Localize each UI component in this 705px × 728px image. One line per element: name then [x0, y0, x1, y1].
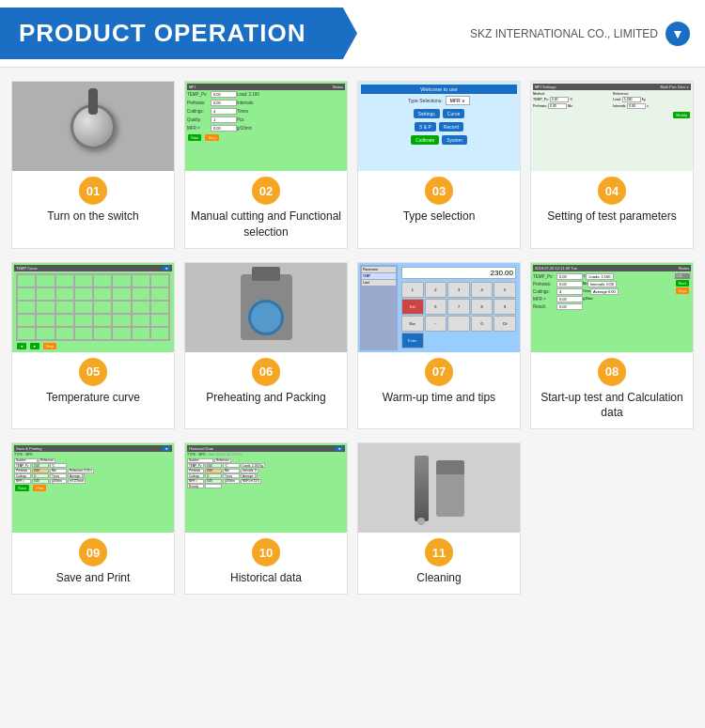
- step-05-screen: TEMP Curve ◄ ◄ ►: [12, 263, 174, 352]
- step-04-image: MFI Settings Multi Pise Dies ∨ Method: T…: [531, 82, 693, 171]
- top-bar: PRODUCT OPERATION SKZ INTERNATIONAL CO.,…: [0, 0, 705, 68]
- step-04-badge: 04: [598, 177, 626, 205]
- step-01-label: Turn on the switch: [43, 209, 143, 232]
- step-07: Parameter TEMP Load 230.00 1 2 3 4 5 Del…: [357, 262, 521, 430]
- step-05-badge: 05: [79, 358, 107, 386]
- step-09: Save & Printing ◄ TYPE: MFR Number Refer…: [11, 442, 175, 595]
- step-09-label: Save and Print: [53, 570, 134, 594]
- step-08-screen: 2018-07-20 12:11:00 Tue Status TEMP_Pv: …: [531, 263, 693, 352]
- step-09-image: Save & Printing ◄ TYPE: MFR Number Refer…: [12, 443, 174, 533]
- step-07-label: Warm-up time and tips: [379, 390, 499, 413]
- step-02-screen: MFIStatus TEMP_Pv: 0.00 Load: 2.160 Preh…: [185, 82, 347, 171]
- step-04-label: Setting of test parameters: [543, 209, 680, 232]
- screen-02-header: MFIStatus: [187, 84, 345, 90]
- step-06-badge: 06: [252, 358, 280, 386]
- step-03: Welcome to use Type Selections: MFR ∨ Se…: [357, 81, 521, 249]
- step-09-badge: 09: [79, 538, 107, 566]
- step-05-image: TEMP Curve ◄ ◄ ►: [12, 263, 174, 352]
- step-08: 2018-07-20 12:11:00 Tue Status TEMP_Pv: …: [530, 262, 694, 430]
- barrel: [248, 300, 284, 335]
- company-name: SKZ INTERNATIONAL CO., LIMITED: [470, 27, 658, 40]
- cleaning-barrel: [436, 460, 464, 517]
- step-02-label: Manual cutting and Functional selection: [185, 209, 347, 248]
- step-04: MFI Settings Multi Pise Dies ∨ Method: T…: [530, 81, 694, 249]
- step-02: MFIStatus TEMP_Pv: 0.00 Load: 2.160 Preh…: [184, 81, 348, 249]
- step-08-image: 2018-07-20 12:11:00 Tue Status TEMP_Pv: …: [531, 263, 693, 352]
- step-10-label: Historical data: [227, 570, 306, 594]
- page-title: PRODUCT OPERATION: [19, 19, 306, 48]
- step-06-label: Preheating and Packing: [202, 390, 329, 413]
- switch-illustration: [12, 82, 174, 171]
- step-11-screen: [358, 443, 520, 533]
- header-banner: PRODUCT OPERATION: [0, 8, 357, 59]
- switch-knob: [70, 104, 116, 149]
- step-06-image: [185, 263, 347, 352]
- step-07-screen: Parameter TEMP Load 230.00 1 2 3 4 5 Del…: [358, 263, 520, 352]
- step-08-label: Start-up test and Calculation data: [531, 390, 693, 429]
- step-10: Historical Data ◄ TYPE: MFR Date: 2018-0…: [184, 442, 348, 595]
- step-10-screen: Historical Data ◄ TYPE: MFR Date: 2018-0…: [185, 443, 347, 533]
- step-07-image: Parameter TEMP Load 230.00 1 2 3 4 5 Del…: [358, 263, 520, 352]
- step-02-image: MFIStatus TEMP_Pv: 0.00 Load: 2.160 Preh…: [185, 82, 347, 171]
- step-11-image: [358, 443, 520, 533]
- step-09-screen: Save & Printing ◄ TYPE: MFR Number Refer…: [12, 443, 174, 533]
- step-04-screen: MFI Settings Multi Pise Dies ∨ Method: T…: [531, 82, 693, 171]
- step-11-label: Cleaning: [413, 570, 464, 594]
- step-02-badge: 02: [252, 177, 280, 205]
- step-08-badge: 08: [598, 358, 626, 386]
- step-06: 06 Preheating and Packing: [184, 262, 348, 430]
- step-01: 01 Turn on the switch: [11, 81, 175, 249]
- step-06-screen: [185, 263, 347, 352]
- step-01-image: [12, 82, 174, 171]
- step-05-label: Temperature curve: [42, 390, 144, 413]
- step-11-badge: 11: [425, 538, 453, 566]
- step-11: 11 Cleaning: [357, 442, 521, 595]
- step-03-screen: Welcome to use Type Selections: MFR ∨ Se…: [358, 82, 520, 171]
- dropdown-button[interactable]: ▼: [666, 22, 690, 46]
- cleaning-rod: [415, 456, 429, 521]
- machine-top: [252, 267, 280, 281]
- step-03-label: Type selection: [400, 209, 479, 232]
- step-03-image: Welcome to use Type Selections: MFR ∨ Se…: [358, 82, 520, 171]
- steps-row-2: TEMP Curve ◄ ◄ ►: [0, 262, 705, 443]
- step-10-badge: 10: [252, 538, 280, 566]
- step-07-badge: 07: [425, 358, 453, 386]
- machine-body: [241, 274, 292, 340]
- steps-row-3: Save & Printing ◄ TYPE: MFR Number Refer…: [0, 442, 705, 608]
- step-05: TEMP Curve ◄ ◄ ►: [11, 262, 175, 430]
- step-01-badge: 01: [79, 177, 107, 205]
- step-10-image: Historical Data ◄ TYPE: MFR Date: 2018-0…: [185, 443, 347, 533]
- step-03-badge: 03: [425, 177, 453, 205]
- steps-row-1: 01 Turn on the switch MFIStatus TEMP_Pv:…: [0, 68, 705, 262]
